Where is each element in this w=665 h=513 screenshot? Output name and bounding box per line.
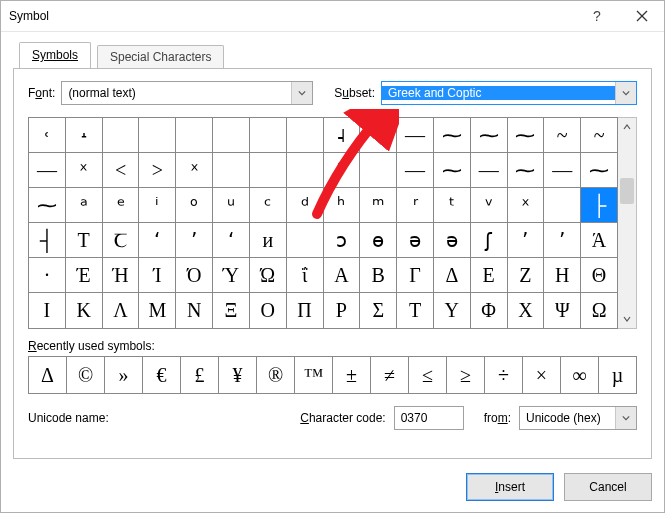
symbol-cell[interactable]: ᶿ [324,153,361,188]
symbol-cell[interactable]: ⁓ [508,153,545,188]
symbol-cell[interactable] [250,118,287,153]
symbol-cell[interactable]: Η [544,258,581,293]
symbol-cell[interactable]: Ζ [508,258,545,293]
recent-symbol-cell[interactable]: ® [257,357,295,393]
recent-symbol-cell[interactable]: » [105,357,143,393]
symbol-cell[interactable]: Λ [103,293,140,328]
symbol-cell[interactable]: и [250,223,287,258]
symbol-cell[interactable]: ᵗ [434,188,471,223]
symbol-cell[interactable] [103,118,140,153]
symbol-cell[interactable]: Ώ [250,258,287,293]
symbol-cell[interactable]: Π [287,293,324,328]
symbol-cell[interactable]: ⁓ [508,118,545,153]
symbol-cell[interactable]: ˣ [508,188,545,223]
symbol-cell[interactable]: Ꞇ [103,223,140,258]
recent-symbol-cell[interactable]: € [143,357,181,393]
symbol-cell[interactable] [287,153,324,188]
symbol-cell[interactable]: Ω [581,293,617,328]
symbol-cell[interactable]: Ί [139,258,176,293]
symbol-grid[interactable]: ˓˔˨—⁓⁓⁓~~—ˣ<>ˣᶿ—⁓—⁓—⁓⁓ᵃᵉⁱᵒᵘᶜᵈʰᵐʳᵗᵛˣ├┤ТꞆʻ… [28,117,618,329]
symbol-cell[interactable]: ˣ [176,153,213,188]
recent-symbol-cell[interactable]: © [67,357,105,393]
symbol-cell[interactable]: Μ [139,293,176,328]
font-dropdown-button[interactable] [291,82,312,104]
symbol-cell[interactable]: ʼ [176,223,213,258]
symbol-cell[interactable]: ⁓ [434,118,471,153]
symbol-cell[interactable] [287,223,324,258]
symbol-cell[interactable] [176,118,213,153]
symbol-cell[interactable]: ~ [581,118,617,153]
symbol-cell[interactable]: Θ [581,258,617,293]
symbol-cell[interactable] [544,188,581,223]
symbol-cell[interactable]: Ό [176,258,213,293]
symbol-cell[interactable]: ᵃ [66,188,103,223]
symbol-cell[interactable]: ⁓ [29,188,66,223]
recent-symbol-cell[interactable]: Δ [29,357,67,393]
font-combo[interactable]: (normal text) [61,81,313,105]
tab-special-characters[interactable]: Special Characters [97,45,224,68]
symbol-cell[interactable]: ⁱ [139,188,176,223]
symbol-cell[interactable]: Α [324,258,361,293]
symbol-cell[interactable]: Υ [434,293,471,328]
symbol-cell[interactable]: Χ [508,293,545,328]
symbol-cell[interactable]: ʳ [397,188,434,223]
insert-button[interactable]: Insert [466,473,554,501]
symbol-cell[interactable]: Ξ [213,293,250,328]
symbol-cell[interactable]: < [103,153,140,188]
symbol-cell[interactable]: ʼ [508,223,545,258]
symbol-cell[interactable]: Β [360,258,397,293]
symbol-cell[interactable]: Έ [66,258,103,293]
recent-symbol-cell[interactable]: ± [333,357,371,393]
symbol-cell[interactable]: ˨ [324,118,361,153]
symbol-cell[interactable]: ⁓ [471,118,508,153]
help-button[interactable]: ? [574,1,619,31]
symbol-cell[interactable]: — [544,153,581,188]
symbol-cell[interactable]: Т [66,223,103,258]
symbol-cell[interactable] [287,118,324,153]
symbol-cell[interactable]: Ρ [324,293,361,328]
symbol-cell[interactable]: Ο [250,293,287,328]
symbol-cell[interactable]: — [471,153,508,188]
symbol-cell[interactable]: Κ [66,293,103,328]
symbol-cell[interactable] [213,118,250,153]
scroll-thumb[interactable] [620,178,634,204]
symbol-cell[interactable]: > [139,153,176,188]
symbol-cell[interactable]: Ά [581,223,617,258]
symbol-cell[interactable]: Ε [471,258,508,293]
recent-symbol-cell[interactable]: ∞ [561,357,599,393]
symbol-cell[interactable]: Ύ [213,258,250,293]
grid-scrollbar[interactable] [618,117,637,329]
symbol-cell[interactable]: ə [434,223,471,258]
symbol-cell[interactable]: — [29,153,66,188]
symbol-cell[interactable] [139,118,176,153]
cancel-button[interactable]: Cancel [564,473,652,501]
symbol-cell[interactable] [250,153,287,188]
symbol-cell[interactable]: ΐ [287,258,324,293]
symbol-cell[interactable]: ˔ [66,118,103,153]
symbol-cell[interactable]: ˓ [29,118,66,153]
symbol-cell[interactable]: ʃ [471,223,508,258]
symbol-cell[interactable]: ʻ [213,223,250,258]
symbol-cell[interactable]: ⁓ [581,153,617,188]
recent-symbol-cell[interactable]: ÷ [485,357,523,393]
symbol-cell[interactable]: ɵ [360,223,397,258]
recent-symbol-cell[interactable]: £ [181,357,219,393]
symbol-cell[interactable]: ɔ [324,223,361,258]
symbol-cell[interactable]: Γ [397,258,434,293]
recent-symbol-cell[interactable]: × [523,357,561,393]
symbol-cell[interactable]: — [397,153,434,188]
symbol-cell[interactable]: Ή [103,258,140,293]
symbol-cell[interactable]: ᶜ [250,188,287,223]
symbol-cell[interactable] [360,153,397,188]
recent-symbol-cell[interactable]: ¥ [219,357,257,393]
symbol-cell[interactable]: ə [397,223,434,258]
recent-symbol-cell[interactable]: ≤ [409,357,447,393]
symbol-cell[interactable]: Δ [434,258,471,293]
symbol-cell[interactable]: ᵈ [287,188,324,223]
symbol-cell[interactable] [360,118,397,153]
scroll-up-button[interactable] [618,118,636,136]
symbol-cell[interactable]: ʰ [324,188,361,223]
symbol-cell[interactable]: Τ [397,293,434,328]
symbol-cell[interactable]: Ι [29,293,66,328]
symbol-cell[interactable]: ᵉ [103,188,140,223]
